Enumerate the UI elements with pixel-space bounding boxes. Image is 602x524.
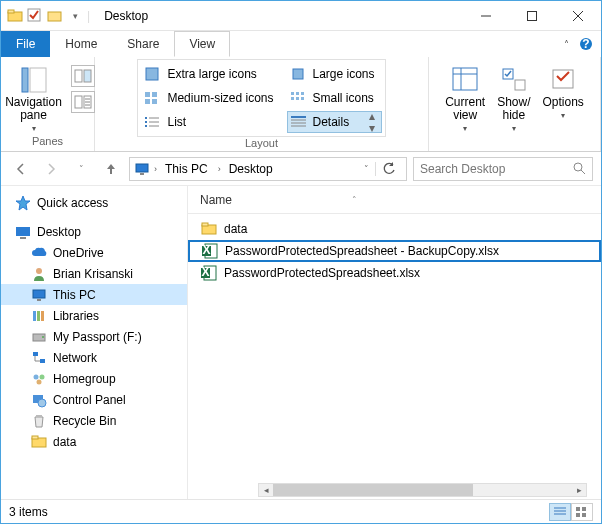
preview-pane-button[interactable]	[71, 65, 95, 87]
file-row-xlsx[interactable]: X PasswordProtectedSpreadsheet - BackupC…	[188, 240, 601, 262]
layout-medium-icons[interactable]: Medium-sized icons	[141, 87, 280, 109]
scroll-thumb[interactable]	[273, 484, 473, 496]
layout-small-icons[interactable]: Small icons	[287, 87, 382, 109]
title-bar: ▾ | Desktop	[1, 1, 601, 31]
address-dropdown[interactable]: ˅	[360, 164, 373, 174]
svg-rect-35	[145, 125, 147, 127]
nav-thispc[interactable]: This PC	[1, 284, 187, 305]
svg-rect-48	[140, 173, 144, 175]
minimize-button[interactable]	[463, 1, 509, 30]
content-area: Quick access Desktop OneDrive Brian Kris…	[1, 186, 601, 499]
address-bar: ˅ › This PC › Desktop ˅ Search Desktop	[1, 152, 601, 186]
folder-icon	[201, 221, 217, 237]
file-list-pane: Name˄ data X PasswordProtectedSpreadshee…	[188, 186, 601, 499]
help-icon[interactable]: ?	[579, 37, 593, 51]
cloud-icon	[31, 245, 47, 261]
svg-rect-10	[22, 68, 28, 92]
svg-rect-58	[41, 311, 44, 321]
view-toggle	[549, 503, 593, 521]
column-header[interactable]: Name˄	[188, 186, 601, 214]
recent-dropdown[interactable]: ˅	[69, 157, 93, 181]
chevron-right-icon[interactable]: ›	[152, 164, 159, 174]
qat-dropdown-icon[interactable]: ▾	[67, 8, 83, 24]
folder-icon	[7, 8, 23, 24]
svg-rect-84	[576, 507, 580, 511]
chevron-down-icon: ▾	[32, 125, 36, 134]
properties-checkbox-icon[interactable]	[27, 8, 43, 24]
tab-file[interactable]: File	[1, 31, 50, 57]
svg-rect-54	[33, 290, 45, 298]
tab-view[interactable]: View	[174, 31, 230, 57]
svg-rect-85	[582, 507, 586, 511]
svg-rect-55	[37, 299, 41, 301]
nav-user[interactable]: Brian Krisanski	[1, 263, 187, 284]
maximize-button[interactable]	[509, 1, 555, 30]
collapse-ribbon-icon[interactable]: ˄	[564, 39, 569, 50]
close-button[interactable]	[555, 1, 601, 30]
svg-rect-14	[75, 96, 82, 108]
svg-point-65	[34, 374, 39, 379]
nav-desktop[interactable]: Desktop	[1, 221, 187, 242]
nav-quick-access[interactable]: Quick access	[1, 192, 187, 213]
nav-onedrive[interactable]: OneDrive	[1, 242, 187, 263]
nav-homegroup[interactable]: Homegroup	[1, 368, 187, 389]
nav-recyclebin[interactable]: Recycle Bin	[1, 410, 187, 431]
up-button[interactable]	[99, 157, 123, 181]
nav-data-folder[interactable]: data	[1, 431, 187, 452]
svg-rect-30	[301, 97, 304, 100]
network-icon	[31, 350, 47, 366]
layout-details[interactable]: Details▴▾	[287, 111, 382, 133]
show-hide-button[interactable]: Show/ hide▾	[492, 63, 535, 135]
svg-rect-11	[30, 68, 46, 92]
svg-rect-51	[16, 227, 30, 236]
details-pane-button[interactable]	[71, 91, 95, 113]
back-button[interactable]	[9, 157, 33, 181]
breadcrumb-thispc[interactable]: This PC	[161, 158, 214, 180]
details-view-toggle[interactable]	[549, 503, 571, 521]
forward-button[interactable]	[39, 157, 63, 181]
excel-icon: X	[202, 243, 218, 259]
nav-passport[interactable]: My Passport (F:)	[1, 326, 187, 347]
ribbon: Navigation pane ▾ Panes Extra large icon…	[1, 57, 601, 152]
nav-network[interactable]: Network	[1, 347, 187, 368]
svg-rect-52	[20, 237, 26, 239]
svg-rect-45	[515, 80, 525, 90]
chevron-right-icon[interactable]: ›	[216, 164, 223, 174]
scroll-right-icon[interactable]: ▸	[572, 484, 586, 496]
svg-rect-12	[75, 70, 82, 82]
layout-large-icons[interactable]: Large icons	[287, 63, 382, 85]
svg-rect-56	[33, 311, 36, 321]
sort-indicator-icon: ˄	[352, 195, 357, 205]
navigation-pane-button[interactable]: Navigation pane ▾	[0, 63, 67, 135]
svg-rect-57	[37, 311, 40, 321]
layout-extra-large-icons[interactable]: Extra large icons	[141, 63, 280, 85]
svg-rect-41	[453, 68, 477, 90]
excel-icon: X	[201, 265, 217, 281]
drive-icon	[31, 329, 47, 345]
thumbnails-view-toggle[interactable]	[571, 503, 593, 521]
window-title: Desktop	[104, 9, 463, 23]
address-box[interactable]: › This PC › Desktop ˅	[129, 157, 407, 181]
file-list[interactable]: data X PasswordProtectedSpreadsheet - Ba…	[188, 214, 601, 499]
file-row-xlsx[interactable]: X PasswordProtectedSpreadsheet.xlsx	[188, 262, 601, 284]
refresh-button[interactable]	[375, 162, 402, 176]
current-view-button[interactable]: Current view▾	[440, 63, 490, 135]
column-name[interactable]: Name	[200, 193, 232, 207]
tab-home[interactable]: Home	[50, 31, 112, 57]
search-box[interactable]: Search Desktop	[413, 157, 593, 181]
layout-list[interactable]: List	[141, 111, 280, 133]
scroll-left-icon[interactable]: ◂	[259, 484, 273, 496]
nav-libraries[interactable]: Libraries	[1, 305, 187, 326]
options-button[interactable]: Options▾	[538, 63, 589, 122]
nav-controlpanel[interactable]: Control Panel	[1, 389, 187, 410]
ribbon-group-panes: Navigation pane ▾ Panes	[1, 57, 95, 151]
svg-rect-33	[145, 121, 147, 123]
breadcrumb-desktop[interactable]: Desktop	[225, 158, 279, 180]
horizontal-scrollbar[interactable]: ◂ ▸	[258, 483, 587, 497]
svg-rect-31	[145, 117, 147, 119]
tab-share[interactable]: Share	[112, 31, 174, 57]
svg-rect-29	[296, 97, 299, 100]
svg-rect-20	[293, 69, 303, 79]
file-row-folder[interactable]: data	[188, 218, 601, 240]
item-count: 3 items	[9, 505, 48, 519]
